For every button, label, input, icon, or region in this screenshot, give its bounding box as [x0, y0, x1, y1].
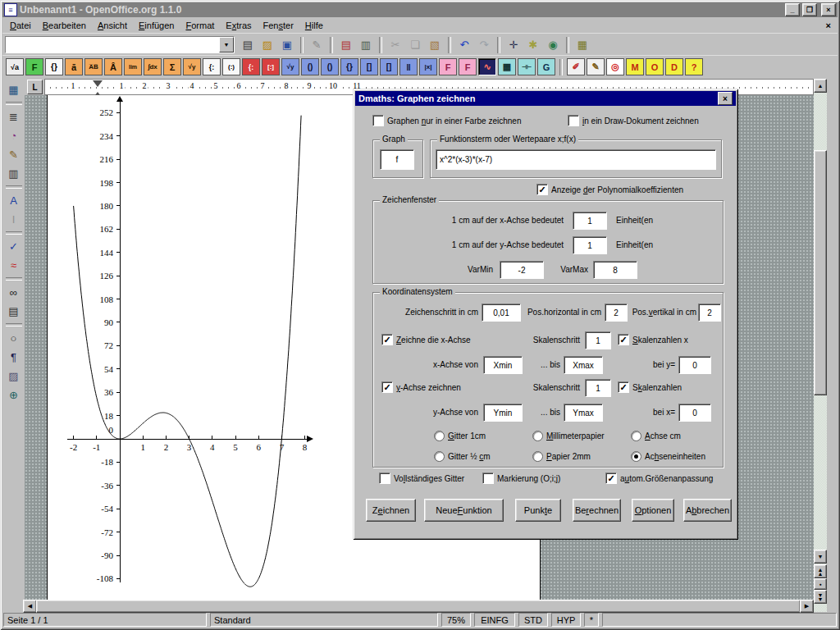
- menu-einfuegen[interactable]: Einfügen: [133, 19, 180, 32]
- abbrechen-button[interactable]: Abbrechen: [683, 499, 732, 522]
- formatting-marks-icon[interactable]: ¶: [4, 348, 24, 367]
- redo-icon[interactable]: ↷: [474, 36, 494, 54]
- undo-icon[interactable]: ↶: [454, 36, 474, 54]
- menu-hilfe[interactable]: Hilfe: [299, 19, 329, 32]
- d-icon[interactable]: D: [665, 58, 683, 75]
- menu-fenster[interactable]: Fenster: [258, 19, 299, 32]
- skalenzahlen-x-checkbox[interactable]: [618, 334, 629, 345]
- status-style[interactable]: Standard: [210, 613, 438, 627]
- status-hyperlink-mode[interactable]: HYP: [551, 613, 581, 627]
- norm-icon[interactable]: ‖: [399, 58, 418, 75]
- navigation-dot-button[interactable]: ●: [814, 578, 827, 590]
- menu-extras[interactable]: Extras: [220, 19, 257, 32]
- punkte-button[interactable]: Punkte: [515, 499, 561, 522]
- blue-brackets2-icon[interactable]: []: [380, 58, 398, 75]
- sum-icon[interactable]: Σ: [163, 58, 181, 75]
- url-combobox[interactable]: ▼: [5, 36, 235, 53]
- insert-fields-icon[interactable]: ≣: [4, 107, 24, 126]
- stylist-icon[interactable]: ✱: [523, 36, 543, 54]
- insert-objects-icon[interactable]: ◔: [4, 126, 24, 145]
- cases-icon[interactable]: {:: [203, 58, 221, 75]
- gallery-icon[interactable]: ▦: [573, 36, 592, 54]
- gitter-half-cm-radio[interactable]: [434, 451, 445, 462]
- menu-ansicht[interactable]: Ansicht: [92, 19, 133, 32]
- zoom-icon[interactable]: ○: [4, 329, 24, 348]
- function-f-icon[interactable]: F: [25, 58, 43, 75]
- x-von-field[interactable]: Xmin: [483, 356, 523, 374]
- status-zoom[interactable]: 75%: [441, 613, 471, 627]
- status-page[interactable]: Seite 1 / 1: [3, 613, 207, 627]
- direct-cursor-icon[interactable]: I: [4, 210, 24, 229]
- new-document-icon[interactable]: ▤: [238, 36, 258, 54]
- graphics-toggle-icon[interactable]: ▨: [4, 367, 24, 386]
- online-layout-icon[interactable]: ⊕: [4, 386, 24, 404]
- blue-braces-icon[interactable]: {}: [340, 58, 358, 75]
- bei-x-field[interactable]: 0: [678, 404, 711, 422]
- open-folder-icon[interactable]: ▨: [258, 36, 277, 54]
- autospellcheck-icon[interactable]: ≈: [4, 256, 24, 275]
- pos-vertikal-field[interactable]: 2: [698, 304, 721, 322]
- status-insert-mode[interactable]: EINFG: [474, 613, 515, 627]
- optionen-button[interactable]: Optionen: [632, 499, 674, 522]
- copy-icon[interactable]: ❏: [405, 36, 425, 54]
- paste-icon[interactable]: ▧: [425, 36, 445, 54]
- dialog-close-icon[interactable]: ×: [718, 92, 733, 105]
- one-color-checkbox[interactable]: [372, 115, 384, 126]
- angle-icon[interactable]: Â: [104, 58, 122, 75]
- horizontal-scrollbar[interactable]: ◀ ▶: [23, 600, 814, 612]
- blue-root-icon[interactable]: √y: [281, 58, 299, 75]
- o-icon[interactable]: O: [646, 58, 664, 75]
- form-icon[interactable]: ▥: [4, 164, 24, 183]
- skalenzahlen-y-checkbox[interactable]: [618, 381, 629, 393]
- data-sources-icon[interactable]: ▤: [4, 302, 24, 321]
- draw-functions-icon[interactable]: ✎: [4, 145, 24, 164]
- scroll-down-icon[interactable]: ▼: [814, 550, 827, 564]
- achseneinheiten-radio[interactable]: [631, 451, 641, 462]
- markierung-checkbox[interactable]: [482, 472, 494, 484]
- g-icon[interactable]: G: [537, 58, 555, 75]
- insert-table-icon[interactable]: ▦: [4, 80, 24, 99]
- combo-dropdown-icon[interactable]: ▼: [219, 37, 234, 52]
- scroll-right-icon[interactable]: ▶: [800, 600, 814, 613]
- vertical-scrollbar[interactable]: ▲ ▼ ▲ ▲ ● ▼ ▼: [814, 79, 827, 612]
- save-icon[interactable]: ▣: [277, 36, 297, 54]
- sqrt-a-icon[interactable]: √a: [6, 58, 24, 75]
- pos-horizontal-field[interactable]: 2: [605, 304, 628, 322]
- geometry-compass-icon[interactable]: ✐: [567, 58, 585, 75]
- menu-format[interactable]: Format: [180, 19, 220, 32]
- scroll-left-icon[interactable]: ◀: [23, 600, 37, 613]
- scroll-up-icon[interactable]: ▲: [814, 79, 827, 93]
- abs-icon[interactable]: |x|: [419, 58, 437, 75]
- zeichenschritt-field[interactable]: 0,01: [482, 304, 521, 322]
- status-selection-mode[interactable]: STD: [518, 613, 548, 627]
- draw-pencil-icon[interactable]: ✎: [587, 58, 605, 75]
- document-close-icon[interactable]: ×: [819, 21, 838, 30]
- vector-icon[interactable]: ā: [65, 58, 83, 75]
- previous-page-button[interactable]: ▲ ▲: [814, 564, 827, 578]
- achse-cm-radio[interactable]: [631, 431, 641, 441]
- braces-icon[interactable]: {}: [45, 58, 63, 75]
- integral-icon[interactable]: ∫dx: [144, 58, 162, 75]
- neue-funktion-button[interactable]: Neue Funktion: [424, 499, 504, 522]
- cut-icon[interactable]: ✂: [386, 36, 405, 54]
- polynomial-coefficients-checkbox[interactable]: [536, 184, 548, 195]
- skalenschritt-x-field[interactable]: 1: [585, 331, 611, 349]
- skalenschritt-y-field[interactable]: 1: [585, 379, 611, 397]
- papier-2mm-radio[interactable]: [532, 451, 543, 462]
- restore-button[interactable]: ❐: [802, 3, 817, 16]
- draw-doc-checkbox[interactable]: [568, 115, 579, 126]
- menu-bearbeiten[interactable]: Bearbeiten: [37, 19, 92, 32]
- varmax-field[interactable]: 8: [593, 261, 637, 279]
- autotext-icon[interactable]: A: [4, 191, 24, 210]
- menu-datei[interactable]: Datei: [4, 19, 37, 32]
- horizontal-scroll-thumb[interactable]: [36, 600, 801, 613]
- titlebar[interactable]: ≡ Unbenannt1 - OpenOffice.org 1.1.0 _ ❐ …: [2, 2, 838, 17]
- find-icon[interactable]: ∞: [4, 283, 24, 302]
- close-button[interactable]: ×: [821, 3, 836, 16]
- autosize-checkbox[interactable]: [605, 472, 617, 484]
- limit-icon[interactable]: lim: [124, 58, 142, 75]
- y-scale-field[interactable]: 1: [573, 236, 607, 254]
- dialog-titlebar[interactable]: Dmaths: Graphen zeichnen ×: [355, 91, 736, 106]
- red-bracket-icon[interactable]: [:]: [262, 58, 280, 75]
- tab-type-button[interactable]: L: [27, 80, 43, 94]
